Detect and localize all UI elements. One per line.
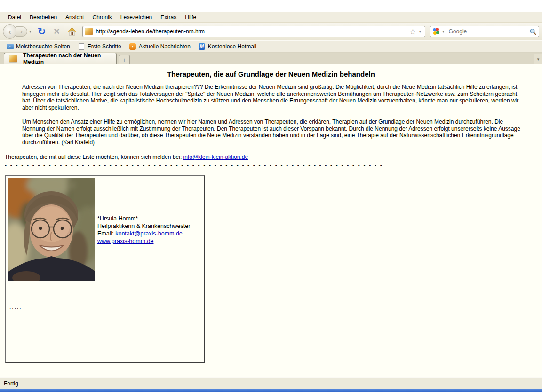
chevron-down-icon: ▾ [537,57,540,62]
intro-paragraph-1: Adressen von Therapeuten, die nach der N… [22,84,521,111]
tab-title: Therapeuten nach der Neuen Medizin [23,52,112,65]
search-input[interactable] [446,28,529,35]
therapist-name: *Ursula Homm* [97,215,190,222]
menu-extras[interactable]: Extras [156,13,181,22]
plus-icon: + [122,56,126,63]
bookmark-meistbesuchte-seiten[interactable]: ⌕ Meistbesuchte Seiten [3,41,73,52]
tab-bar: Therapeuten nach der Neuen Medizin + ▾ [0,53,542,64]
home-icon [67,27,77,36]
window-titlebar [0,0,542,12]
taskbar-edge [0,389,542,392]
home-button[interactable] [65,25,79,38]
hotmail-icon: M [198,43,206,50]
therapist-card: *Ursula Homm* Heilpraktikerin & Krankens… [5,175,205,363]
forward-button[interactable]: › [16,26,27,37]
contact-email-link[interactable]: info@klein-klein-aktion.de [183,154,248,160]
menu-datei[interactable]: Datei [4,13,25,22]
menu-bearbeiten[interactable]: Bearbeiten [25,13,61,22]
rss-feed-icon: ◗ [129,43,136,50]
menu-chronik[interactable]: Chronik [88,13,116,22]
therapist-details: *Ursula Homm* Heilpraktikerin & Krankens… [97,215,190,245]
forward-icon: › [21,28,23,35]
history-dropdown[interactable]: ▾ [27,29,33,34]
status-text: Fertig [4,380,18,387]
tab-favicon [9,55,17,63]
menu-ansicht[interactable]: Ansicht [61,13,88,22]
tab-therapeuten[interactable]: Therapeuten nach der Neuen Medizin [4,53,117,64]
reload-button[interactable]: ↻ [35,25,48,38]
reload-icon: ↻ [38,26,46,37]
therapist-photo [8,178,95,281]
url-dropdown[interactable]: ▾ [417,29,423,34]
dashed-divider: - - - - - - - - - - - - - - - - - - - - … [5,162,384,169]
therapist-email-line: Email: kontakt@praxis-homm.de [97,230,190,237]
stop-button[interactable]: × [50,25,64,38]
search-bar[interactable]: ▾ [430,26,539,37]
address-bar[interactable]: ☆ ▾ [82,26,425,37]
folder-search-icon: ⌕ [6,43,14,50]
menu-bar: Datei Bearbeiten Ansicht Chronik Lesezei… [0,12,542,23]
page-favicon [85,28,93,35]
stop-icon: × [54,25,60,38]
placeholder-dots: ..... [9,304,202,310]
navigation-toolbar: ‹ › ▾ ↻ × ☆ ▾ ▾ [0,23,542,40]
contact-line: Therapeuten, die mit auf diese Liste möc… [5,154,542,160]
page-icon [78,43,85,50]
new-tab-button[interactable]: + [119,55,130,64]
back-icon: ‹ [9,28,11,36]
bookmarks-toolbar: ⌕ Meistbesuchte Seiten Erste Schritte ◗ … [0,40,542,53]
list-all-tabs-button[interactable]: ▾ [534,54,542,64]
therapist-website-link[interactable]: www.praxis-homm.de [97,238,153,244]
bookmark-kostenlose-hotmail[interactable]: M Kostenlose Hotmail [195,41,260,52]
bookmark-erste-schritte[interactable]: Erste Schritte [74,41,125,52]
google-icon [433,28,440,35]
search-magnifier-icon[interactable] [529,28,536,35]
search-engine-dropdown[interactable]: ▾ [440,29,446,34]
url-input[interactable] [96,28,409,35]
menu-lesezeichen[interactable]: Lesezeichen [116,13,156,22]
bookmark-star-icon[interactable]: ☆ [408,27,417,36]
status-bar: Fertig [0,377,542,389]
page-title: Therapeuten, die auf Grundlage der Neuen… [0,64,542,78]
bookmark-aktuelle-nachrichten[interactable]: ◗ Aktuelle Nachrichten [126,41,194,52]
back-button[interactable]: ‹ [3,24,17,39]
page-content: Therapeuten, die auf Grundlage der Neuen… [0,64,542,377]
intro-paragraph-2: Um Menschen den Ansatz einer Hilfe zu er… [22,118,521,146]
therapist-profession: Heilpraktikerin & Krankenschwester [97,222,190,230]
therapist-email-link[interactable]: kontakt@praxis-homm.de [115,230,183,237]
menu-hilfe[interactable]: Hilfe [181,13,200,22]
